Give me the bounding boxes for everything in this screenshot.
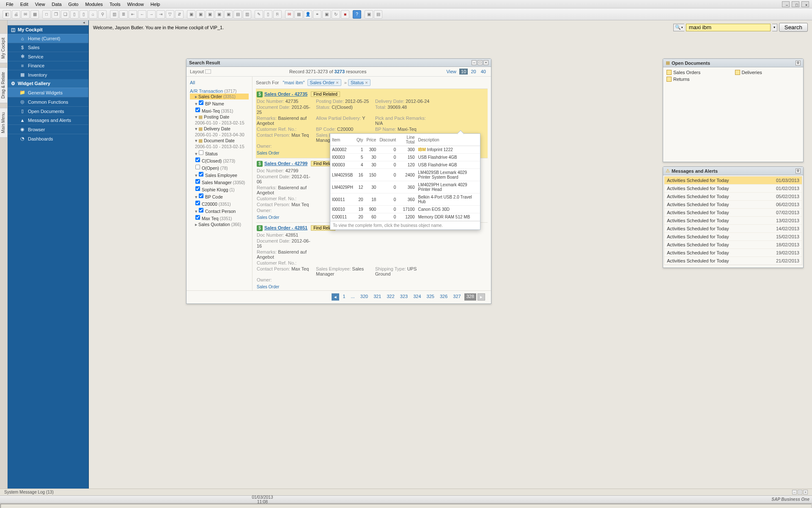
facet-check[interactable]: [195, 201, 200, 205]
menu-help[interactable]: Help: [147, 1, 164, 8]
page-325[interactable]: 325: [425, 293, 436, 301]
view-10[interactable]: 10: [459, 69, 468, 75]
sidebar-item-messages-alerts[interactable]: ▲Messages and Alerts: [8, 116, 88, 124]
user-icon[interactable]: 👤: [304, 10, 312, 19]
opendoc-sales-orders[interactable]: Sales Orders: [665, 69, 733, 76]
menu-edit[interactable]: Edit: [17, 1, 32, 8]
sidebar-item-home[interactable]: ⌂Home (Current): [8, 34, 88, 43]
message-row[interactable]: Activities Scheduled for Today06/02/2013: [664, 201, 802, 209]
menu-view[interactable]: View: [32, 1, 49, 8]
chip-status[interactable]: Status×: [348, 79, 370, 86]
edit-icon[interactable]: ✎: [255, 10, 263, 19]
page-326[interactable]: 326: [438, 293, 450, 301]
facet-salesemp[interactable]: ▾Sales Employee: [190, 171, 249, 178]
doc2-icon[interactable]: ▯: [80, 10, 88, 19]
module7-icon[interactable]: ▥: [243, 10, 251, 19]
message-row[interactable]: Activities Scheduled for Today19/02/2013: [664, 249, 802, 257]
refresh-icon[interactable]: ↻: [332, 10, 340, 19]
chip-sales-order[interactable]: Sales Order×: [307, 79, 341, 86]
duplicate-icon[interactable]: ❏: [61, 10, 69, 19]
facet-bpcode-value[interactable]: C20000 (3351): [190, 200, 249, 207]
facet-check[interactable]: [195, 157, 200, 162]
message-row[interactable]: Activities Scheduled for Today05/02/2013: [664, 193, 802, 201]
facet-status-closed[interactable]: C(Closed) (3273): [190, 157, 249, 164]
facet-check[interactable]: [195, 179, 200, 184]
filter-icon[interactable]: ▽: [166, 10, 174, 19]
facet-docdate[interactable]: ▾▦ Document Date: [190, 138, 249, 144]
magnifier-icon[interactable]: 🔍: [675, 25, 681, 30]
facet-delivery[interactable]: ▾▦ Delivery Date: [190, 126, 249, 132]
excel-icon[interactable]: ▦: [30, 10, 39, 19]
pager-prev[interactable]: ◂: [332, 293, 339, 301]
message-row[interactable]: Activities Scheduled for Today21/02/2013: [664, 257, 802, 265]
page-322[interactable]: 322: [384, 293, 396, 301]
facet-check[interactable]: [199, 208, 203, 213]
note-icon[interactable]: ▯: [264, 10, 272, 19]
message-row[interactable]: Activities Scheduled for Today01/02/2013: [664, 185, 802, 193]
module1-icon[interactable]: ▣: [187, 10, 195, 19]
facet-sales-order[interactable]: ▸Sales Order (3351): [190, 94, 249, 99]
link-icon[interactable]: ⚭: [313, 10, 321, 19]
page-323[interactable]: 323: [398, 293, 410, 301]
panel-min-icon[interactable]: –: [472, 60, 477, 65]
facet-all[interactable]: All: [190, 80, 249, 85]
facet-check[interactable]: [199, 172, 203, 177]
result-link[interactable]: Sales Order: [257, 284, 487, 289]
message-row[interactable]: Activities Scheduled for Today14/02/2013: [664, 225, 802, 233]
prev-icon[interactable]: ←: [138, 10, 146, 19]
sidebar-item-common-functions[interactable]: ◎Common Functions: [8, 97, 88, 106]
help-icon[interactable]: ?: [353, 10, 361, 19]
facet-status-open[interactable]: O(Open) (78): [190, 164, 249, 171]
attach-icon[interactable]: ⎘: [273, 10, 282, 19]
page-1[interactable]: 1: [340, 293, 347, 301]
first-icon[interactable]: ⇤: [129, 10, 137, 19]
messages-list[interactable]: Activities Scheduled for Today01/03/2013…: [664, 176, 802, 265]
facet-contact-value[interactable]: Max Teq (3351): [190, 214, 249, 221]
sidebar-item-dashboards[interactable]: ◔Dashboards: [8, 134, 88, 143]
facet-check[interactable]: [195, 108, 200, 112]
find-related-button[interactable]: Find Related: [311, 91, 340, 97]
view-40[interactable]: 40: [479, 69, 488, 75]
syslog-close-icon[interactable]: ×: [803, 490, 808, 494]
lock-icon[interactable]: ⌂: [89, 10, 97, 19]
tab-main-menu[interactable]: Main Menu: [0, 108, 7, 138]
page-321[interactable]: 321: [371, 293, 383, 301]
sort-icon[interactable]: ⇵: [175, 10, 184, 19]
layout-icon[interactable]: [205, 69, 211, 74]
facet-check[interactable]: [199, 100, 203, 105]
barchart-icon[interactable]: ▥: [110, 10, 118, 19]
sidebar-item-browser[interactable]: ◉Browser: [8, 124, 88, 134]
opendoc-returns[interactable]: Returns: [665, 76, 733, 83]
menu-data[interactable]: Data: [48, 1, 65, 8]
facet-bpcode[interactable]: ▾BP Code: [190, 193, 249, 200]
syslog-max-icon[interactable]: □: [798, 490, 802, 494]
message-row[interactable]: Activities Scheduled for Today18/02/2013: [664, 241, 802, 249]
facet-se1[interactable]: Sales Manager (3350): [190, 178, 249, 185]
page-320[interactable]: 320: [358, 293, 370, 301]
preview-icon[interactable]: ◧: [3, 10, 11, 19]
message-row[interactable]: Activities Scheduled for Today07/02/2013: [664, 209, 802, 217]
sidebar-item-general-widgets[interactable]: 📁General Widgets: [8, 88, 88, 97]
chip-remove-icon[interactable]: ×: [365, 80, 368, 85]
sidebar-item-open-documents[interactable]: ▯Open Documents: [8, 106, 88, 116]
horizontal-scrollbar[interactable]: [0, 503, 812, 508]
facet-status[interactable]: ▾Status: [190, 149, 249, 157]
approval-icon[interactable]: ▣: [322, 10, 331, 19]
sidebar-item-sales[interactable]: $Sales: [8, 43, 88, 52]
sidebar-collapse[interactable]: ◂: [8, 20, 88, 25]
page-328[interactable]: 328: [464, 293, 476, 301]
facet-contact[interactable]: ▾Contact Person: [190, 207, 249, 214]
chip-more-icon[interactable]: »: [344, 80, 347, 85]
email-icon[interactable]: ✉: [21, 10, 30, 19]
facet-check[interactable]: [199, 150, 203, 155]
syslog-min-icon[interactable]: –: [792, 490, 797, 494]
menu-window[interactable]: Window: [124, 1, 147, 8]
opendoc-deliveries[interactable]: Deliveries: [733, 69, 802, 76]
panel-settings-icon[interactable]: ⚲: [796, 168, 801, 174]
message-row[interactable]: Activities Scheduled for Today01/03/2013: [664, 177, 802, 185]
facet-se2[interactable]: Sophie Klogg (1): [190, 185, 249, 193]
menu-file[interactable]: File: [3, 1, 17, 8]
panel-settings-icon[interactable]: ⚲: [796, 61, 801, 66]
module4-icon[interactable]: ▣: [215, 10, 223, 19]
menu-goto[interactable]: Goto: [65, 1, 82, 8]
